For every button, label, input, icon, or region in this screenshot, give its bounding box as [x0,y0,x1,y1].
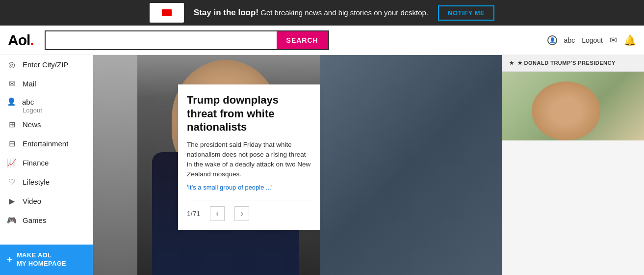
sidebar-item-news[interactable]: ⊞ News [0,115,93,134]
aol-logo: Aol. [8,32,34,49]
trump-presidency-image [502,72,644,140]
lifestyle-icon: ♡ [7,177,17,187]
news-card-description: The president said Friday that white nat… [187,140,311,180]
news-card-link[interactable]: 'It's a small group of people ...' [187,184,311,191]
finance-icon: 📈 [7,158,17,167]
user-icon: 👤 [547,35,557,45]
sidebar-item-games[interactable]: 🎮 Games [0,211,93,230]
header-right: 👤 abc Logout ✉ 🔔 [547,34,636,46]
header-logout-button[interactable]: Logout [582,36,603,44]
next-arrow-button[interactable]: › [234,206,249,221]
trump-presidency-label: ★ DONALD TRUMP'S PRESIDENCY [517,60,616,66]
sidebar-item-video[interactable]: ▶ Video [0,192,93,211]
news-card: Trump downplays threat from white nation… [178,84,320,230]
notify-bar-icon [150,3,184,23]
mail-nav-icon: ✉ [7,79,17,88]
sidebar: ◎ Enter City/ZIP ✉ Mail 👤 abc Logout ⊞ N… [0,55,93,275]
make-home-label: MAKE AOLMY HOMEPAGE [17,251,66,268]
user-nav-icon: 👤 [7,97,16,106]
mail-icon[interactable]: ✉ [610,35,617,46]
notify-bar-text: Stay in the loop! Get breaking news and … [194,8,428,18]
carousel: Trump downplays threat from white nation… [93,55,502,275]
star-icon: ★ [509,60,515,66]
notify-me-button[interactable]: NOTIFY ME [438,5,494,21]
make-aol-homepage-button[interactable]: + MAKE AOLMY HOMEPAGE [0,245,93,275]
games-icon: 🎮 [7,216,17,225]
notify-bar: Stay in the loop! Get breaking news and … [0,0,644,26]
video-icon: ▶ [7,196,17,206]
plus-icon: + [7,254,13,266]
sidebar-item-mail[interactable]: ✉ Mail [0,74,93,93]
news-card-counter: 1/71 [187,210,200,218]
left-bg [93,55,138,275]
search-button[interactable]: SEARCH [277,31,328,49]
bell-icon[interactable]: 🔔 [624,34,636,46]
sidebar-item-location[interactable]: ◎ Enter City/ZIP [0,55,93,74]
prev-arrow-button[interactable]: ‹ [210,206,225,221]
sidebar-item-entertainment[interactable]: ⊟ Entertainment [0,134,93,153]
news-card-nav: 1/71 ‹ › [187,200,311,221]
search-bar: SEARCH [45,30,329,50]
sidebar-item-finance[interactable]: 📈 Finance [0,153,93,172]
sidebar-item-lifestyle[interactable]: ♡ Lifestyle [0,172,93,192]
header-username: abc [564,36,575,44]
header: Aol. SEARCH 👤 abc Logout ✉ 🔔 [0,26,644,55]
entertainment-icon: ⊟ [7,139,17,148]
right-panel: ★ ★ DONALD TRUMP'S PRESIDENCY [502,55,644,275]
location-icon: ◎ [7,60,17,69]
content-area: Trump downplays threat from white nation… [93,55,502,275]
news-icon: ⊞ [7,120,17,129]
sidebar-logout[interactable]: Logout [23,107,86,114]
right-bg [320,55,502,275]
search-input[interactable] [46,31,277,49]
trump-presidency-banner: ★ ★ DONALD TRUMP'S PRESIDENCY [502,55,644,72]
news-card-title: Trump downplays threat from white nation… [187,93,311,134]
main-layout: ◎ Enter City/ZIP ✉ Mail 👤 abc Logout ⊞ N… [0,55,644,275]
sidebar-user: 👤 abc Logout [0,93,93,115]
